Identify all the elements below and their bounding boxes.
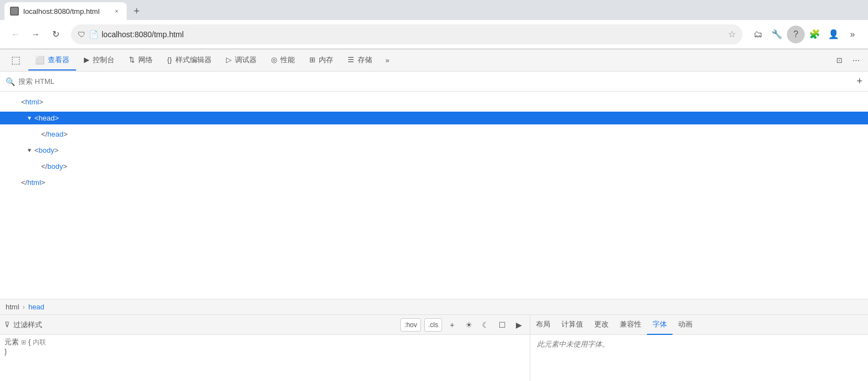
search-bar: 🔍 + (0, 72, 868, 92)
tab-inspector[interactable]: ⬜ 查看器 (28, 51, 76, 71)
tree-node-html-close[interactable]: </html> (0, 174, 868, 190)
storage-icon: ☰ (348, 56, 354, 64)
tag-bracket: > (54, 146, 59, 154)
tag-bracket: > (41, 178, 46, 187)
tab-favicon (10, 7, 19, 16)
tree-node-body-close[interactable]: </body> (0, 158, 868, 174)
tree-node-head-close-content[interactable]: </head> (0, 128, 868, 141)
refresh-button[interactable]: ↻ (47, 26, 64, 43)
tag-bracket: < (21, 98, 26, 106)
tab-debugger[interactable]: ▷ 调试器 (219, 51, 263, 71)
light-mode-button[interactable]: ☀ (462, 318, 475, 332)
breadcrumb-separator: › (23, 303, 25, 311)
nav-right-icons: 🗂 🔧 ? 🧩 👤 » (749, 26, 861, 43)
tab-storage[interactable]: ☰ 存储 (341, 51, 379, 71)
html-tree: <html> ▼ <head> </head> (0, 92, 868, 299)
tag-bracket: > (63, 162, 67, 171)
pocket-icon[interactable]: 🗂 (749, 26, 767, 43)
tree-node-html-open-content[interactable]: <html> (0, 96, 868, 108)
address-icons: ☆ (728, 29, 736, 39)
profile-icon[interactable]: 👤 (825, 26, 842, 43)
back-button[interactable]: ← (7, 26, 24, 43)
styles-right-panel: 布局 计算值 更改 兼容性 字体 动画 此元素中未使用字体。 (530, 315, 868, 381)
screenshot-button[interactable]: ☐ (495, 318, 509, 332)
tag-bracket-close: > (55, 114, 59, 122)
cls-button[interactable]: .cls (424, 318, 442, 332)
tab-console[interactable]: ▶ 控制台 (77, 51, 121, 71)
tree-node-html-close-content[interactable]: </html> (0, 176, 868, 189)
font-panel: 此元素中未使用字体。 (530, 335, 868, 381)
tab-bar: localhost:8080/tmp.html × + (0, 0, 868, 20)
add-rule-button[interactable]: + (445, 318, 459, 332)
address-bar[interactable]: 🛡 📄 ☆ (71, 24, 742, 44)
search-input[interactable] (18, 77, 853, 86)
network-label: 网络 (138, 55, 153, 65)
extensions-icon[interactable]: 🧩 (806, 26, 824, 43)
styles-left-panel: ⊽ 过滤样式 :hov .cls + ☀ ☾ ☐ ▶ 元素 (0, 315, 530, 381)
hov-button[interactable]: :hov (400, 318, 421, 332)
triangle-head: ▼ (27, 115, 33, 122)
page-icon: 📄 (89, 30, 98, 39)
more-button[interactable]: » (844, 26, 861, 43)
tab-memory[interactable]: ⊞ 内存 (303, 51, 340, 71)
tag-bracket: < (34, 146, 39, 154)
picker-icon: ⬚ (11, 54, 21, 66)
help-icon[interactable]: ? (787, 26, 805, 43)
tab-title: localhost:8080/tmp.html (23, 7, 108, 16)
styles-toolbar: ⊽ 过滤样式 :hov .cls + ☀ ☾ ☐ ▶ (0, 315, 530, 335)
triangle-empty3 (13, 179, 20, 186)
forward-button[interactable]: → (27, 26, 44, 43)
tab-animation[interactable]: 动画 (673, 315, 698, 335)
breadcrumb-head[interactable]: head (28, 303, 44, 311)
rule-selector: 元素 (4, 337, 19, 347)
tree-node-html-open[interactable]: <html> (0, 94, 868, 110)
add-node-button[interactable]: + (856, 76, 862, 87)
breadcrumb-html[interactable]: html (6, 303, 19, 311)
star-icon[interactable]: ☆ (728, 29, 736, 39)
layout-button[interactable]: ⊡ (831, 53, 847, 68)
tree-node-body-open-content[interactable]: ▼ <body> (0, 144, 868, 157)
inspector-section: 🔍 + <html> ▼ <head> (0, 72, 868, 381)
performance-icon: ◎ (271, 56, 277, 64)
network-icon: ⇅ (129, 56, 135, 64)
tag-name-body-close: body (47, 162, 63, 171)
tree-node-head-close[interactable]: </head> (0, 126, 868, 142)
tab-performance[interactable]: ◎ 性能 (264, 51, 302, 71)
browser-tab[interactable]: localhost:8080/tmp.html × (4, 2, 127, 20)
tree-node-head-open[interactable]: ▼ <head> (0, 110, 868, 126)
rule-brace-close: } (4, 347, 7, 355)
browser-window: localhost:8080/tmp.html × + ← → ↻ 🛡 📄 ☆ … (0, 0, 868, 381)
tab-network[interactable]: ⇅ 网络 (122, 51, 159, 71)
triangle-empty2 (33, 163, 40, 170)
tab-changes[interactable]: 更改 (589, 315, 614, 335)
devtools-menu-button[interactable]: ⋯ (848, 53, 864, 68)
tree-node-body-close-content[interactable]: </body> (0, 160, 868, 173)
triangle-html (13, 99, 20, 106)
tag-name-head: head (39, 114, 55, 122)
tab-compat[interactable]: 兼容性 (614, 315, 647, 335)
new-tab-button[interactable]: + (129, 3, 144, 19)
console-label: 控制台 (93, 55, 114, 65)
font-empty-message: 此元素中未使用字体。 (537, 340, 609, 348)
dark-mode-button[interactable]: ☾ (479, 318, 492, 332)
console-icon: ▶ (84, 56, 89, 64)
tab-style-editor[interactable]: {} 样式编辑器 (160, 51, 218, 71)
address-input[interactable] (102, 30, 725, 39)
tree-node-body-open[interactable]: ▼ <body> (0, 142, 868, 158)
tools-icon[interactable]: 🔧 (768, 26, 786, 43)
tree-node-head-open-content[interactable]: ▼ <head> (0, 112, 868, 124)
inline-label: 内联 (33, 338, 46, 347)
tab-layout[interactable]: 布局 (530, 315, 556, 335)
styles-section: ⊽ 过滤样式 :hov .cls + ☀ ☾ ☐ ▶ 元素 (0, 314, 868, 381)
debugger-icon: ▷ (226, 56, 232, 64)
inspector-picker[interactable]: ⬚ (4, 51, 27, 71)
tab-close-button[interactable]: × (112, 7, 121, 16)
play-button[interactable]: ▶ (512, 318, 525, 332)
triangle-body: ▼ (27, 147, 33, 154)
tab-computed[interactable]: 计算值 (556, 315, 589, 335)
more-tabs-button[interactable]: » (380, 53, 395, 68)
storage-label: 存储 (358, 55, 372, 65)
tab-fonts[interactable]: 字体 (647, 315, 673, 335)
shield-icon: 🛡 (78, 30, 86, 39)
devtools-panel: ⬚ ⬜ 查看器 ▶ 控制台 ⇅ 网络 {} 样式编辑器 ▷ 调试器 (0, 49, 868, 381)
